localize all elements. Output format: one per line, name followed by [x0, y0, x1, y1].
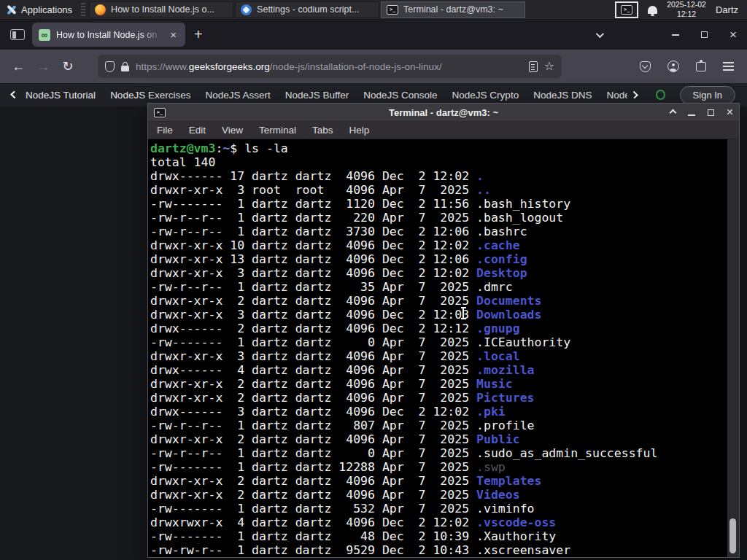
terminal-output-line: drwxr-xr-x 13 dartz dartz 4096 Dec 2 12:…: [150, 252, 739, 266]
pocket-save-icon[interactable]: [640, 61, 651, 72]
terminal-output-line: drwxr-xr-x 3 root root 4096 Apr 7 2025 .…: [150, 183, 739, 197]
url-bar[interactable]: https://www.geeksforgeeks.org/node-js/in…: [98, 55, 562, 78]
mouse-ibeam-cursor: [462, 307, 464, 319]
site-nav-link[interactable]: NodeJS Console: [363, 90, 437, 101]
reload-button[interactable]: ↻: [57, 55, 79, 77]
terminal-output-line: drwxr-xr-x 3 dartz dartz 4096 Dec 2 12:0…: [150, 308, 739, 322]
terminal-menu-item[interactable]: Tabs: [312, 125, 333, 136]
taskbar-window-button[interactable]: Terminal - dartz@vm3: ~: [381, 1, 525, 18]
https-lock-icon[interactable]: [121, 66, 129, 71]
site-nav-link[interactable]: NodeJS Crypto: [452, 90, 519, 101]
terminal-output-line: drwxr-xr-x 3 dartz dartz 4096 Dec 2 12:0…: [150, 266, 739, 280]
window-minimize-button[interactable]: [672, 34, 679, 36]
terminal-rollup-button[interactable]: [669, 109, 676, 116]
terminal-window-title: Terminal - dartz@vm3: ~: [148, 107, 739, 118]
reader-mode-icon[interactable]: [529, 61, 538, 72]
url-text[interactable]: https://www.geeksforgeeks.org/node-js/in…: [136, 61, 522, 72]
terminal-output-line: -rw-r--r-- 1 dartz dartz 220 Apr 7 2025 …: [150, 211, 739, 225]
window-button-icon: [95, 4, 106, 15]
terminal-output-line: drwxr-xr-x 2 dartz dartz 4096 Apr 7 2025…: [150, 391, 739, 405]
desktop-panel: Applications How to Install Node.js o...…: [0, 0, 747, 20]
tracking-protection-shield-icon[interactable]: [105, 61, 115, 72]
terminal-output[interactable]: dartz@vm3:~$ ls -la total 140drwx------ …: [148, 139, 739, 557]
terminal-output-line: -rw-r--r-- 1 dartz dartz 807 Apr 7 2025 …: [150, 419, 739, 432]
terminal-output-line: drwx------ 17 dartz dartz 4096 Dec 2 12:…: [150, 169, 739, 183]
window-button-label: Terminal - dartz@vm3: ~: [403, 4, 503, 15]
terminal-menu-item[interactable]: View: [222, 125, 243, 136]
back-button[interactable]: ←: [7, 55, 29, 77]
clock-time: 12:12: [667, 9, 706, 19]
terminal-output-line: total 140: [150, 155, 739, 169]
geeksforgeeks-favicon: [39, 29, 50, 41]
taskbar-window-button[interactable]: How to Install Node.js o...: [89, 1, 233, 18]
terminal-output-line: drwxr-xr-x 2 dartz dartz 4096 Apr 7 2025…: [150, 432, 739, 446]
account-icon[interactable]: [667, 61, 679, 72]
site-nav-link[interactable]: NodeJS Assert: [205, 90, 270, 101]
notification-bell-icon[interactable]: [648, 6, 657, 14]
list-all-tabs-icon[interactable]: [596, 29, 604, 37]
terminal-output-line: drwx------ 2 dartz dartz 4096 Dec 2 12:1…: [150, 322, 739, 335]
terminal-output-line: -rw------- 1 dartz dartz 1120 Dec 2 11:5…: [150, 197, 739, 211]
bookmark-star-icon[interactable]: ☆: [544, 61, 554, 72]
terminal-menu-item[interactable]: File: [157, 125, 173, 136]
nav-scroll-right-icon[interactable]: [630, 91, 638, 99]
terminal-minimize-button[interactable]: [688, 114, 695, 116]
terminal-output-line: drwxr-xr-x 2 dartz dartz 4096 Apr 7 2025…: [150, 474, 739, 488]
extensions-puzzle-icon[interactable]: [696, 62, 706, 71]
window-close-button[interactable]: ×: [729, 28, 737, 41]
terminal-output-line: drwxr-xr-x 2 dartz dartz 4096 Apr 7 2025…: [150, 377, 739, 391]
terminal-maximize-button[interactable]: [708, 109, 714, 116]
user-menu[interactable]: Dartz: [716, 4, 741, 15]
menu-hamburger-icon[interactable]: [723, 66, 734, 67]
tab-title: How to Install Node.js on: [56, 30, 162, 40]
terminal-title-bar[interactable]: Terminal - dartz@vm3: ~ ×: [148, 104, 739, 122]
sign-in-button[interactable]: Sign In: [680, 86, 735, 104]
clock-date: 2025-12-02: [667, 0, 706, 9]
terminal-output-line: drwxr-xr-x 2 dartz dartz 4096 Apr 7 2025…: [150, 488, 739, 502]
firefox-view-button[interactable]: [0, 20, 32, 50]
nav-scroll-left-icon[interactable]: [10, 91, 18, 99]
tab-close-button[interactable]: ×: [168, 28, 179, 42]
terminal-output-rows: total 140drwx------ 17 dartz dartz 4096 …: [150, 155, 739, 557]
site-search-icon[interactable]: [656, 90, 665, 100]
clock[interactable]: 2025-12-02 12:12: [667, 0, 706, 18]
terminal-output-line: -rw------- 1 dartz dartz 532 Apr 7 2025 …: [150, 502, 739, 516]
window-button-label: How to Install Node.js o...: [111, 4, 214, 15]
applications-menu-button[interactable]: Applications: [0, 0, 78, 20]
taskbar-window-button[interactable]: Settings - codium script...: [235, 1, 379, 18]
window-button-icon: [387, 5, 398, 15]
terminal-scrollbar[interactable]: [727, 139, 739, 557]
site-nav-link[interactable]: NodeJS DNS: [533, 90, 592, 101]
terminal-output-line: -rw------- 1 dartz dartz 48 Dec 2 10:39 …: [150, 529, 739, 543]
terminal-menu-item[interactable]: Help: [349, 125, 370, 136]
window-button-list: How to Install Node.js o... Settings - c…: [88, 1, 526, 18]
terminal-output-line: drwx------ 4 dartz dartz 4096 Apr 7 2025…: [150, 363, 739, 377]
terminal-menu-item[interactable]: Edit: [189, 125, 206, 136]
terminal-output-line: -rw------- 1 dartz dartz 0 Apr 7 2025 .I…: [150, 335, 739, 349]
panel-handle: [81, 3, 85, 16]
browser-tab-active[interactable]: How to Install Node.js on ×: [32, 23, 185, 47]
terminal-output-line: drwxrwxr-x 4 dartz dartz 4096 Dec 2 12:0…: [150, 516, 739, 529]
terminal-glyph-icon: [621, 5, 632, 15]
terminal-output-line: drwxr-xr-x 2 dartz dartz 4096 Apr 7 2025…: [150, 294, 739, 308]
site-nav-link[interactable]: NodeJS Exercises: [110, 90, 190, 101]
new-tab-button[interactable]: +: [185, 20, 212, 50]
terminal-prompt-line: dartz@vm3:~$ ls -la: [150, 141, 739, 155]
terminal-output-line: drwx------ 3 dartz dartz 4096 Dec 2 12:0…: [150, 405, 739, 419]
terminal-close-button[interactable]: ×: [727, 106, 733, 118]
browser-toolbar: ← → ↻ https://www.geeksforgeeks.org/node…: [0, 50, 747, 83]
terminal-tray-icon[interactable]: [615, 1, 638, 18]
system-tray: 2025-12-02 12:12 Dartz: [615, 0, 747, 18]
terminal-menu-bar: FileEditViewTerminalTabsHelp: [148, 122, 739, 139]
terminal-window: Terminal - dartz@vm3: ~ × FileEditViewTe…: [147, 103, 740, 558]
site-nav-link[interactable]: NodeJS Tutorial: [26, 90, 96, 101]
firefox-view-icon: [10, 29, 25, 40]
site-nav-link-truncated[interactable]: Node: [606, 90, 627, 101]
terminal-menu-item[interactable]: Terminal: [259, 125, 296, 136]
window-maximize-button[interactable]: [701, 31, 708, 38]
terminal-scrollbar-thumb[interactable]: [729, 518, 736, 553]
site-nav-link[interactable]: NodeJS Buffer: [285, 90, 349, 101]
terminal-output-line: -rw-r--r-- 1 dartz dartz 0 Apr 7 2025 .s…: [150, 446, 739, 460]
terminal-output-line: -rw-r--r-- 1 dartz dartz 3730 Dec 2 12:0…: [150, 225, 739, 238]
forward-button[interactable]: →: [32, 55, 54, 77]
